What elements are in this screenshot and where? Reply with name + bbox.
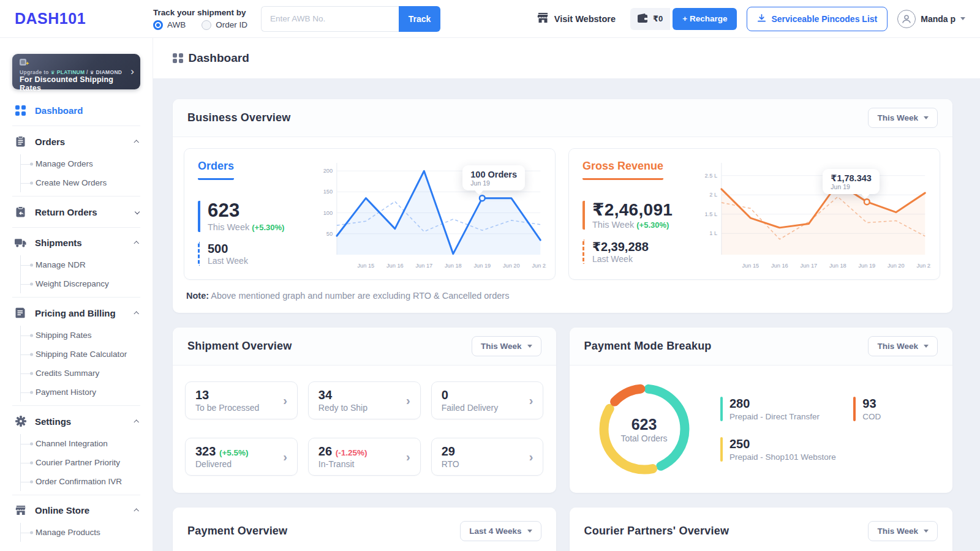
recharge-button[interactable]: + Recharge: [673, 8, 737, 30]
sidebar-item-return-orders[interactable]: Return Orders: [0, 199, 153, 225]
sidebar-subitem-manage-orders[interactable]: Manage Orders: [21, 154, 153, 173]
revenue-last-week-label: Last Week: [592, 254, 698, 264]
chevron-down-icon: [924, 530, 929, 533]
chevron-up-icon: [134, 140, 139, 145]
chevron-right-icon: ›: [406, 394, 410, 407]
orders-this-week-label: This Week: [208, 222, 249, 232]
sidebar-item-settings[interactable]: Settings: [0, 408, 153, 434]
radio-order-id[interactable]: Order ID: [202, 20, 247, 30]
visit-webstore-link[interactable]: Visit Webstore: [537, 12, 616, 25]
tile-redy-to-ship[interactable]: 34Redy to Ship›: [308, 381, 421, 419]
tile-value: 13: [195, 388, 209, 402]
svg-text:1.5 L: 1.5 L: [705, 211, 718, 217]
tile-label: Delivered: [195, 459, 249, 469]
sidebar-item-shipments[interactable]: Shipments: [0, 230, 153, 255]
legend-label: Prepaid - Direct Transfer: [729, 412, 820, 421]
sidebar-subitem-order-confirmation-ivr[interactable]: Order Confirmation IVR: [21, 472, 153, 491]
visit-webstore-label: Visit Webstore: [554, 14, 616, 24]
sidebar-subitem-payment-history[interactable]: Payment History: [21, 383, 153, 402]
revenue-last-week-value: ₹2,39,288: [592, 239, 698, 254]
chevron-right-icon: ›: [529, 451, 533, 463]
sidebar-subitem-manage-products[interactable]: Manage Products: [21, 523, 153, 542]
sidebar-subitem-create-new-orders[interactable]: Create New Orders: [21, 173, 153, 192]
sidebar-subitem-courier-partner-priority[interactable]: Courier Partner Priority: [21, 453, 153, 472]
tile-in-transit[interactable]: 26 (-1.25%)In-Transit›: [308, 438, 421, 476]
serviceable-pincodes-label: Serviceable Pincodes List: [771, 14, 877, 24]
user-menu[interactable]: Manda p: [897, 10, 965, 28]
tile-failed-delivery[interactable]: 0Failed Delivery›: [431, 381, 544, 419]
radio-awb[interactable]: AWB: [153, 20, 186, 30]
chevron-up-icon: [134, 241, 139, 247]
chevron-right-icon: ›: [406, 451, 410, 463]
upgrade-banner-line2: For Discounted Shipping Rates: [20, 75, 134, 92]
svg-text:2 L: 2 L: [709, 192, 717, 198]
chevron-right-icon: ›: [283, 451, 287, 463]
dash101-app: DASH101 Track your shipment by AWB Order…: [0, 0, 980, 551]
sidebar-subitem-shipping-rate-calculator[interactable]: Shipping Rate Calculator: [21, 345, 153, 364]
svg-text:Jun 20: Jun 20: [888, 263, 905, 269]
invoice-icon: [15, 307, 26, 318]
sidebar-subitem-shipping-rates[interactable]: Shipping Rates: [21, 326, 153, 345]
sidebar-item-orders[interactable]: Orders: [0, 129, 153, 154]
courier-overview-period-dropdown[interactable]: This Week: [868, 521, 938, 541]
upgrade-banner[interactable]: Upgrade to ♛ PLATINUM / ♛ DIAMOND For Di…: [12, 54, 140, 89]
tile-label: RTO: [442, 459, 459, 469]
radio-awb-label: AWB: [167, 20, 186, 29]
sidebar-subitem-manage-ndr[interactable]: Manage NDR: [21, 255, 153, 274]
page-title: Dashboard: [189, 51, 249, 65]
sidebar-item-online-store[interactable]: Online Store: [0, 498, 153, 523]
sidebar-subitem-channel-integration[interactable]: Channel Integration: [21, 434, 153, 453]
orders-trend-title: Orders: [198, 160, 234, 180]
sidebar-item-pricing-and-billing[interactable]: Pricing and Billing: [0, 300, 153, 326]
svg-text:Jun 21: Jun 21: [916, 263, 931, 269]
revenue-this-week-label: This Week: [592, 220, 634, 230]
chevron-down-icon: [527, 530, 532, 533]
radio-order-id-label: Order ID: [216, 20, 247, 29]
brand-logo[interactable]: DASH101: [15, 10, 86, 28]
svg-text:Jun 19: Jun 19: [858, 263, 875, 269]
sidebar-item-dashboard[interactable]: Dashboard: [0, 98, 153, 123]
payment-breakup-period-dropdown[interactable]: This Week: [868, 336, 938, 356]
tile-to-be-processed[interactable]: 13To be Processed›: [185, 381, 298, 419]
business-overview-note: Note: Above mentioned graph and number a…: [173, 288, 952, 313]
radio-awb-control[interactable]: [153, 20, 163, 30]
chevron-down-icon: [527, 345, 532, 348]
crown-icon: ♛: [89, 70, 94, 75]
wallet-icon: [638, 13, 649, 24]
divider: [12, 405, 140, 406]
sidebar-item-label: Orders: [35, 137, 65, 147]
orders-trend-card: Orders 623 This Week (+5.30%) 500 Last W…: [184, 148, 556, 280]
awb-input[interactable]: [261, 6, 399, 32]
serviceable-pincodes-button[interactable]: Serviceable Pincodes List: [747, 7, 888, 31]
payment-overview-period-dropdown[interactable]: Last 4 Weeks: [460, 521, 541, 541]
track-button[interactable]: Track: [399, 6, 440, 32]
revenue-trend-card: Gross Revenue ₹2,46,091 This Week (+5.30…: [568, 148, 940, 280]
orders-change-badge: (+5.30%): [252, 223, 284, 232]
revenue-this-week-value: ₹2,46,091: [592, 201, 698, 219]
payment-breakup-card: Payment Mode Breakup This Week 623 Total…: [570, 328, 953, 493]
sidebar-subitem-weight-discrepancy[interactable]: Weight Discrepancy: [21, 274, 153, 293]
svg-text:Jun 21: Jun 21: [532, 263, 546, 269]
chevron-down-icon: [924, 345, 929, 348]
courier-overview-card: Courier Partners' Overview This Week: [570, 508, 953, 551]
svg-text:Jun 18: Jun 18: [445, 263, 462, 269]
payment-breakup-title: Payment Mode Breakup: [584, 340, 712, 353]
legend-label: COD: [862, 412, 881, 421]
shipment-overview-period-dropdown[interactable]: This Week: [472, 336, 541, 356]
wallet-balance-chip[interactable]: ₹0: [630, 8, 670, 30]
sidebar-subitem-credits-summary[interactable]: Credits Summary: [21, 364, 153, 383]
revenue-trend-title: Gross Revenue: [582, 160, 663, 180]
upgrade-banner-line1: Upgrade to ♛ PLATINUM / ♛ DIAMOND: [20, 69, 134, 75]
grid-icon: [15, 105, 26, 116]
chart-tooltip: 100 OrdersJun 19: [462, 165, 525, 190]
tile-delivered[interactable]: 323 (+5.5%)Delivered›: [185, 438, 298, 476]
shipment-overview-title: Shipment Overview: [187, 340, 292, 353]
payment-overview-title: Payment Overview: [187, 525, 287, 538]
tile-label: Redy to Ship: [318, 403, 368, 413]
svg-text:Jun 19: Jun 19: [473, 263, 491, 269]
radio-order-id-control[interactable]: [202, 20, 211, 30]
svg-text:Jun 15: Jun 15: [358, 263, 375, 269]
svg-text:Jun 16: Jun 16: [771, 263, 788, 269]
tile-rto[interactable]: 29RTO›: [431, 438, 544, 476]
business-overview-period-dropdown[interactable]: This Week: [868, 108, 938, 128]
